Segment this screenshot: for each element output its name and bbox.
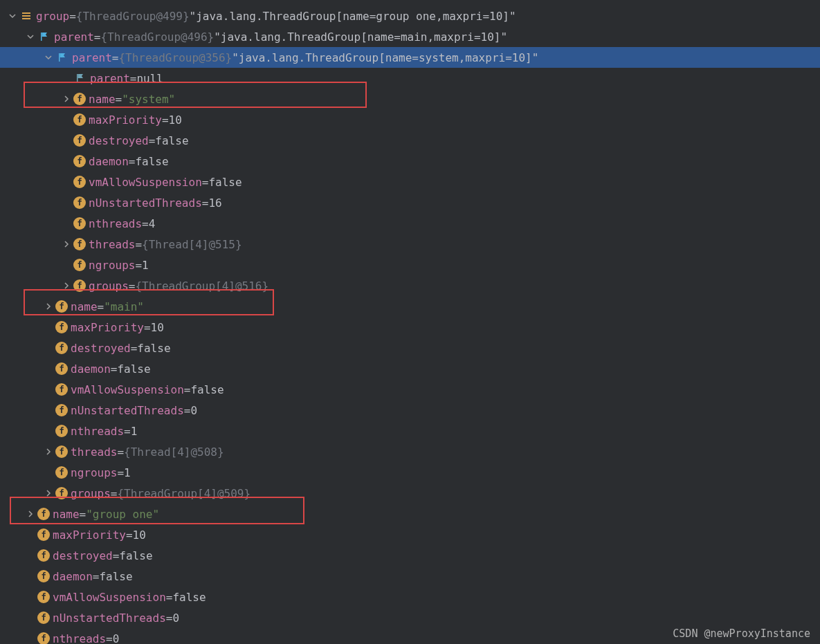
token-val: false [99, 570, 132, 583]
field-icon: f [55, 300, 68, 313]
token-var: destroyed [89, 134, 149, 147]
field-icon: f [73, 238, 86, 250]
chevron-down-icon[interactable] [24, 33, 37, 40]
field-icon: f [37, 508, 50, 520]
token-eq: = [135, 238, 142, 251]
tree-row[interactable]: parent = {ThreadGroup@356} "java.lang.Th… [0, 47, 820, 68]
token-var: name [71, 300, 98, 313]
token-val: false [119, 549, 152, 562]
chevron-down-icon[interactable] [6, 12, 19, 19]
token-val: 0 [113, 632, 120, 645]
chevron-right-icon[interactable] [60, 282, 73, 289]
variables-tree[interactable]: group = {ThreadGroup@499} "java.lang.Thr… [0, 0, 820, 644]
tree-row[interactable]: fdaemon = false [0, 358, 820, 379]
object-icon [19, 9, 33, 23]
tree-row[interactable]: fname = "group one" [0, 504, 820, 524]
token-var: vmAllowSuspension [53, 591, 166, 604]
tree-row[interactable]: fvmAllowSuspension = false [0, 172, 820, 192]
token-var: threads [89, 238, 135, 251]
tree-row[interactable]: fdestroyed = false [0, 338, 820, 358]
tree-row[interactable]: fmaxPriority = 10 [0, 317, 820, 338]
token-eq: = [135, 259, 142, 272]
token-var: maxPriority [89, 113, 162, 127]
tree-row[interactable]: fthreads = {Thread[4]@508} [0, 441, 820, 462]
token-var: destroyed [71, 342, 131, 355]
tree-row[interactable]: fgroups = {ThreadGroup[4]@509} [0, 483, 820, 504]
token-val: 1 [131, 425, 138, 438]
tree-row[interactable]: fnthreads = 1 [0, 421, 820, 441]
token-eq: = [149, 134, 156, 147]
token-val: 4 [149, 217, 156, 230]
tree-row[interactable]: fmaxPriority = 10 [0, 109, 820, 130]
chevron-right-icon[interactable] [42, 490, 55, 497]
tree-row[interactable]: fnUnstartedThreads = 16 [0, 192, 820, 213]
tree-row[interactable]: fngroups = 1 [0, 255, 820, 275]
chevron-right-icon[interactable] [60, 241, 73, 248]
token-val: false [172, 591, 206, 604]
token-eq: = [113, 549, 120, 562]
chevron-right-icon[interactable] [42, 303, 55, 310]
chevron-right-icon[interactable] [42, 448, 55, 455]
tree-row[interactable]: fnUnstartedThreads = 0 [0, 607, 820, 628]
tree-row[interactable]: fvmAllowSuspension = false [0, 587, 820, 607]
svg-rect-1 [22, 15, 30, 17]
token-eq: = [98, 300, 104, 313]
field-icon: f [73, 113, 86, 126]
token-eq: = [116, 93, 122, 106]
token-var: vmAllowSuspension [89, 176, 202, 189]
tree-row[interactable]: fnUnstartedThreads = 0 [0, 400, 820, 421]
token-eq: = [202, 176, 209, 189]
token-var: name [53, 508, 80, 521]
tree-row[interactable]: fgroups = {ThreadGroup[4]@516} [0, 275, 820, 296]
token-val: 10 [169, 113, 182, 127]
tree-row[interactable]: fvmAllowSuspension = false [0, 379, 820, 400]
tree-row[interactable]: fname = "system" [0, 89, 820, 109]
field-icon: f [73, 93, 86, 105]
field-icon: f [55, 466, 68, 479]
field-icon: f [37, 528, 50, 541]
chevron-right-icon[interactable] [24, 510, 37, 517]
token-var: ngroups [71, 466, 117, 479]
token-eq: = [126, 528, 133, 542]
watermark: CSDN @newProxyInstance [673, 627, 810, 640]
tree-row[interactable]: fmaxPriority = 10 [0, 524, 820, 545]
field-icon: f [73, 279, 86, 292]
token-eq: = [117, 466, 124, 479]
token-val: 0 [190, 404, 197, 417]
token-val: false [135, 155, 168, 168]
flag-icon [37, 30, 51, 44]
token-var: daemon [71, 362, 111, 376]
field-icon: f [37, 570, 50, 582]
field-icon: f [55, 487, 68, 499]
token-val: 0 [172, 611, 179, 625]
token-eq: = [94, 30, 101, 44]
tree-row[interactable]: parent = null [0, 68, 820, 89]
tree-row[interactable]: fngroups = 1 [0, 462, 820, 483]
token-val: 10 [151, 321, 164, 334]
tree-row[interactable]: fnthreads = 4 [0, 213, 820, 234]
field-icon: f [55, 425, 68, 437]
tree-row[interactable]: parent = {ThreadGroup@496} "java.lang.Th… [0, 26, 820, 47]
token-var: nUnstartedThreads [53, 611, 166, 625]
token-eq: = [162, 113, 169, 127]
chevron-down-icon[interactable] [42, 54, 55, 61]
tree-row[interactable]: fthreads = {Thread[4]@515} [0, 234, 820, 255]
tree-row[interactable]: fdaemon = false [0, 151, 820, 172]
token-str: "group one" [86, 508, 159, 521]
token-var: destroyed [53, 549, 113, 562]
token-val: "java.lang.ThreadGroup[name=group one,ma… [190, 10, 516, 23]
tree-row[interactable]: fdestroyed = false [0, 130, 820, 151]
svg-rect-0 [22, 12, 30, 14]
field-icon: f [73, 217, 86, 230]
tree-row[interactable]: fname = "main" [0, 296, 820, 317]
token-eq: = [166, 611, 173, 625]
tree-row[interactable]: fdestroyed = false [0, 545, 820, 566]
tree-row[interactable]: fdaemon = false [0, 566, 820, 587]
token-var: nUnstartedThreads [89, 196, 202, 210]
token-eq: = [131, 342, 138, 355]
tree-row[interactable]: group = {ThreadGroup@499} "java.lang.Thr… [0, 6, 820, 26]
chevron-right-icon[interactable] [60, 95, 73, 102]
token-eq: = [202, 196, 209, 210]
token-var: nUnstartedThreads [71, 404, 184, 417]
token-var: nthreads [89, 217, 142, 230]
